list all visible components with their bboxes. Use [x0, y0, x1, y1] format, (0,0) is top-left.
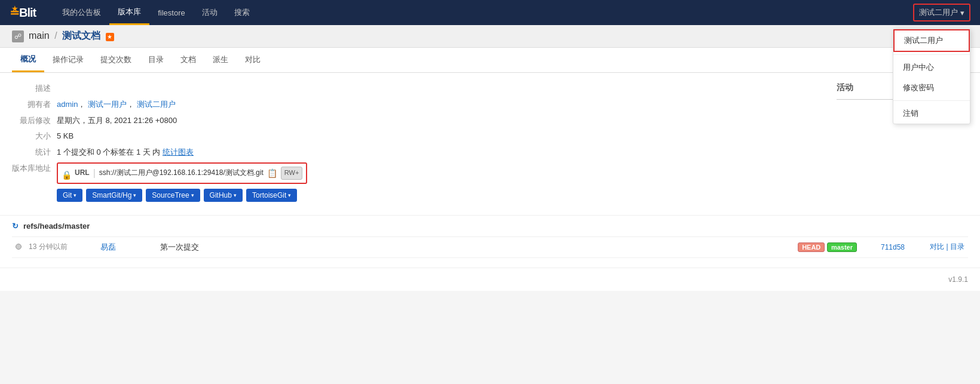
url-type-select[interactable]: URL	[75, 167, 90, 179]
refs-header: ↻ refs/heads/master	[12, 216, 968, 237]
value-lastmod: 星期六，五月 8, 2021 21:26 +0800	[57, 115, 177, 127]
tab-commits[interactable]: 提交次数	[92, 48, 140, 72]
commit-dot	[16, 244, 22, 250]
copy-icon[interactable]: 📋	[267, 167, 277, 180]
nav-link-filestore[interactable]: filestore	[149, 0, 194, 25]
url-text: ssh://测试二用户@192.168.16.1:29418/测试文档.git	[99, 167, 264, 179]
dropdown-item-username[interactable]: 测试二用户	[893, 29, 970, 52]
nav-link-activity[interactable]: 活动	[194, 0, 226, 25]
badge-head: HEAD	[798, 242, 825, 252]
value-url: 🔒 URL | ssh://测试二用户@192.168.16.1:29418/测…	[57, 162, 307, 202]
user-dropdown-button[interactable]: 测试二用户 ▾	[913, 4, 970, 21]
info-row-owner: 拥有者 admin， 测试一用户， 测试二用户	[12, 99, 825, 111]
label-size: 大小	[12, 130, 57, 143]
github-arrow-icon: ▾	[234, 192, 237, 198]
dropdown-item-usercenter[interactable]: 用户中心	[893, 57, 970, 78]
commit-table: 13 分钟以前 易磊 第一次提交 HEAD master 711d58 对	[12, 237, 968, 258]
url-box: 🔒 URL | ssh://测试二用户@192.168.16.1:29418/测…	[57, 162, 307, 184]
commit-author-link[interactable]: 易磊	[100, 242, 116, 251]
tab-diff[interactable]: 对比	[237, 48, 269, 72]
commit-tree-link[interactable]: 目录	[950, 242, 964, 251]
label-owner: 拥有者	[12, 99, 57, 111]
version-link[interactable]: v1.9.1	[948, 275, 968, 284]
commit-time: 13 分钟以前	[29, 242, 68, 251]
repo-icon: ☍	[12, 30, 24, 42]
breadcrumb-current: 测试文档	[62, 30, 100, 41]
badge-master: master	[827, 242, 857, 252]
owner-user2-link[interactable]: 测试二用户	[137, 100, 176, 109]
label-url: 版本库地址	[12, 162, 57, 175]
info-row-size: 大小 5 KB	[12, 130, 825, 143]
nav-link-search[interactable]: 搜索	[226, 0, 258, 25]
info-row-lastmod: 最后修改 星期六，五月 8, 2021 21:26 +0800	[12, 115, 825, 127]
dropdown-divider-1	[893, 54, 970, 55]
info-section: 描述 拥有者 admin， 测试一用户， 测试二用户 最后修改 星期六，五月 8…	[12, 82, 825, 205]
rw-badge: RW+	[281, 167, 303, 180]
client-sourcetree-button[interactable]: SourceTree ▾	[146, 189, 200, 202]
owner-admin-link[interactable]: admin	[57, 100, 78, 109]
commit-actions: 对比 | 目录	[930, 242, 964, 251]
info-row-stats: 统计 1 个提交和 0 个标签在 1 天 内 统计图表	[12, 146, 825, 159]
client-github-button[interactable]: GitHub ▾	[204, 189, 243, 202]
breadcrumb-parent[interactable]: main	[29, 30, 50, 41]
client-smartgit-button[interactable]: SmartGit/Hg ▾	[86, 189, 142, 202]
info-row-url: 版本库地址 🔒 URL | ssh://测试二用户@192.168.16.1:2…	[12, 162, 825, 202]
dropdown-divider-2	[893, 100, 970, 101]
smartgit-arrow-icon: ▾	[133, 192, 136, 198]
refs-section: ↻ refs/heads/master 13 分钟以前 易磊 第一次提交 HEA…	[0, 215, 980, 268]
nav-link-bulletin[interactable]: 我的公告板	[54, 0, 109, 25]
label-stats: 统计	[12, 146, 57, 159]
rss-icon[interactable]: ★	[106, 33, 114, 41]
client-tortoisegit-button[interactable]: TortoiseGit ▾	[246, 189, 297, 202]
nav-links: 我的公告板 版本库 filestore 活动 搜索	[54, 0, 913, 25]
tortoisegit-arrow-icon: ▾	[288, 192, 291, 198]
git-arrow-icon: ▾	[74, 192, 76, 198]
dropdown-arrow-icon: ▾	[960, 8, 964, 17]
lock-icon: 🔒	[62, 168, 71, 178]
commit-message: 第一次提交	[160, 242, 199, 251]
user-dropdown-menu: 测试二用户 用户中心 修改密码 注销	[893, 29, 970, 124]
tab-fork[interactable]: 派生	[204, 48, 237, 72]
refresh-icon[interactable]: ↻	[12, 222, 19, 231]
commit-hash-link[interactable]: 711d58	[881, 243, 905, 251]
main-content: 描述 拥有者 admin， 测试一用户， 测试二用户 最后修改 星期六，五月 8…	[0, 73, 980, 215]
dropdown-item-changepassword[interactable]: 修改密码	[893, 78, 970, 98]
user-area: 测试二用户 ▾ 测试二用户 用户中心 修改密码 注销	[913, 4, 970, 21]
tab-overview[interactable]: 概况	[12, 48, 44, 72]
info-row-desc: 描述	[12, 82, 825, 95]
tab-tree[interactable]: 目录	[140, 48, 172, 72]
value-size: 5 KB	[57, 130, 74, 143]
tabs-bar: 概况 操作记录 提交次数 目录 文档 派生 对比 ★ 关	[0, 48, 980, 73]
owner-user1-link[interactable]: 测试一用户	[88, 100, 127, 109]
logo: ≛Blit	[10, 5, 36, 20]
value-owner: admin， 测试一用户， 测试二用户	[57, 99, 176, 111]
refs-header-text: refs/heads/master	[23, 222, 90, 231]
value-stats: 1 个提交和 0 个标签在 1 天 内 统计图表	[57, 146, 194, 159]
client-buttons: Git ▾ SmartGit/Hg ▾ SourceTree ▾ GitHub …	[57, 189, 307, 202]
sourcetree-arrow-icon: ▾	[191, 192, 194, 198]
top-nav: ≛Blit 我的公告板 版本库 filestore 活动 搜索 测试二用户 ▾ …	[0, 0, 980, 25]
tab-log[interactable]: 操作记录	[44, 48, 92, 72]
breadcrumb-separator: /	[54, 30, 57, 41]
nav-link-repo[interactable]: 版本库	[109, 0, 149, 25]
sub-header: ☍ main / 测试文档 ★	[0, 25, 980, 48]
breadcrumb: main / 测试文档 ★	[29, 30, 114, 42]
url-separator: |	[93, 165, 96, 181]
footer: v1.9.1	[0, 268, 980, 291]
client-git-button[interactable]: Git ▾	[57, 189, 82, 202]
stats-chart-link[interactable]: 统计图表	[163, 148, 194, 156]
user-name: 测试二用户	[919, 7, 958, 18]
label-lastmod: 最后修改	[12, 115, 57, 127]
tab-docs[interactable]: 文档	[172, 48, 204, 72]
dropdown-item-logout[interactable]: 注销	[893, 103, 970, 124]
commit-diff-link[interactable]: 对比	[930, 242, 944, 251]
label-desc: 描述	[12, 82, 57, 95]
table-row: 13 分钟以前 易磊 第一次提交 HEAD master 711d58 对	[12, 237, 968, 258]
